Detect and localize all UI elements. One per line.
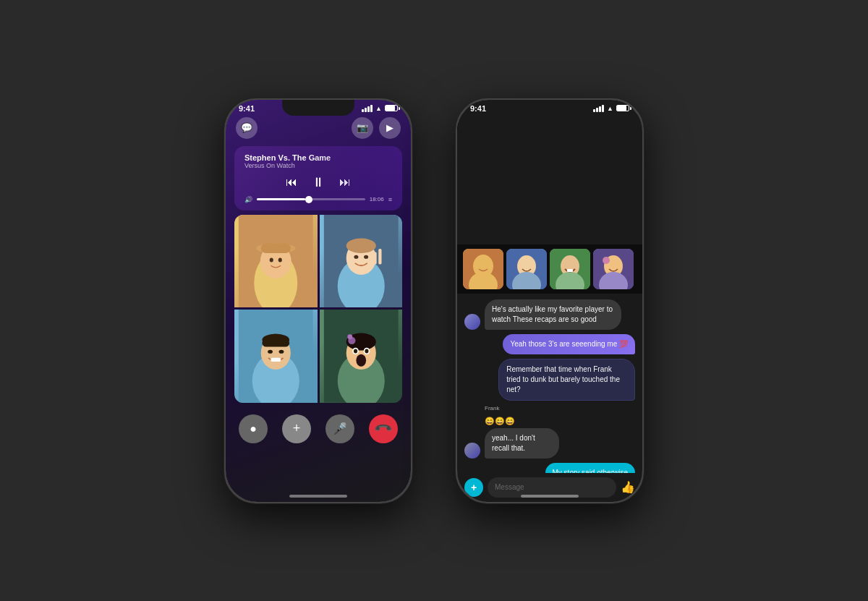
thumb-2-svg — [506, 249, 547, 289]
now-playing-bg — [302, 146, 402, 210]
call-right-buttons: 📷 ▶ — [352, 117, 401, 139]
message-bubble-2: Yeah those 3's are seeending me 💯 — [503, 334, 635, 354]
end-call-btn[interactable]: 📞 — [369, 414, 398, 443]
status-icons-left: ▲ — [362, 105, 398, 112]
message-placeholder: Message — [495, 483, 524, 491]
svg-point-12 — [354, 255, 358, 258]
time-right: 9:41 — [470, 104, 486, 113]
svg-point-22 — [268, 350, 273, 354]
message-bubble-3: Remember that time when Frank tried to d… — [498, 359, 635, 401]
end-call-icon: 📞 — [373, 419, 393, 439]
video-btn[interactable]: ▶ — [379, 117, 401, 139]
home-indicator-left — [289, 495, 347, 498]
notch — [282, 100, 354, 116]
video-cell-3 — [234, 310, 318, 403]
prev-button[interactable]: ⏮ — [286, 176, 297, 189]
notch-right — [514, 100, 586, 116]
battery-icon — [385, 105, 398, 111]
story-thumb-4[interactable] — [593, 249, 634, 289]
svg-rect-15 — [378, 249, 381, 264]
svg-point-30 — [356, 354, 366, 367]
thumb-1-svg — [463, 249, 503, 289]
camera-flip-btn[interactable]: 📷 — [352, 117, 373, 139]
person-1-svg — [234, 215, 318, 308]
frank-message-bubble: yeah... I don't recall that. — [485, 428, 559, 459]
person-2-svg — [320, 215, 403, 308]
svg-point-23 — [279, 350, 284, 354]
svg-rect-53 — [567, 269, 573, 272]
progress-thumb — [305, 196, 312, 203]
video-grid — [234, 215, 402, 403]
add-btn[interactable]: + — [282, 414, 311, 443]
mute-btn[interactable]: 🎤 — [326, 414, 354, 443]
avatar-frank — [464, 443, 480, 459]
message-text-1: He's actually like my favorite player to… — [492, 305, 613, 323]
person-4-svg — [320, 310, 403, 403]
svg-rect-14 — [373, 252, 376, 264]
input-bar: + Message 👍 — [457, 473, 642, 502]
video-cell-4 — [320, 310, 403, 403]
story-thumbnails — [457, 244, 642, 294]
svg-rect-4 — [261, 243, 291, 253]
signal-icon — [362, 105, 373, 112]
add-media-button[interactable]: + — [464, 478, 483, 497]
svg-point-11 — [346, 238, 375, 253]
camera-flip-icon: 📷 — [357, 122, 368, 133]
home-indicator-right — [521, 495, 579, 498]
mic-icon: 🎤 — [333, 422, 347, 435]
svg-point-6 — [270, 257, 273, 262]
frank-label: Frank — [485, 405, 635, 412]
story-thumb-1[interactable] — [463, 249, 503, 289]
wifi-icon: ▲ — [375, 105, 382, 112]
now-playing-widget: Stephen Vs. The Game Versus On Watch ⏮ ⏸… — [234, 146, 402, 210]
story-thumb-2[interactable] — [506, 249, 547, 289]
circle-icon: ● — [250, 422, 257, 435]
message-row-1: He's actually like my favorite player to… — [464, 299, 635, 330]
svg-point-57 — [603, 257, 610, 264]
svg-point-29 — [347, 334, 352, 339]
message-bubble-1: He's actually like my favorite player to… — [485, 299, 621, 330]
video-cell-1 — [234, 215, 318, 308]
message-row-frank: 😄😄😄 yeah... I don't recall that. — [464, 417, 635, 459]
plus-icon-msg: + — [471, 482, 477, 493]
svg-point-13 — [364, 255, 368, 258]
thumb-4-svg — [593, 249, 634, 289]
message-icon-btn[interactable]: 💬 — [236, 117, 258, 139]
left-phone-content: 9:41 ▲ 💬 📷 ▶ — [226, 100, 411, 502]
time-left: 9:41 — [239, 104, 255, 113]
frank-emoji: 😄😄😄 — [485, 417, 578, 426]
story-thumb-3[interactable] — [550, 249, 590, 289]
progress-fill — [257, 198, 305, 200]
battery-icon-right — [616, 105, 629, 111]
wifi-icon-right: ▲ — [607, 105, 613, 112]
message-text-3: Remember that time when Frank tried to d… — [506, 365, 620, 393]
svg-rect-21 — [271, 358, 281, 362]
add-participant-btn[interactable]: ● — [239, 414, 268, 443]
call-actions: ● + 🎤 📞 — [226, 406, 411, 452]
thumb-3-svg — [550, 249, 590, 289]
right-phone: 9:41 ▲ — [456, 98, 644, 503]
frank-message-text: yeah... I don't recall that. — [492, 434, 535, 452]
signal-icon-right — [593, 105, 604, 112]
volume-icon: 🔊 — [244, 196, 252, 203]
progress-track[interactable] — [257, 198, 365, 200]
left-phone: 9:41 ▲ 💬 📷 ▶ — [224, 98, 412, 503]
call-top-bar: 💬 📷 ▶ — [226, 114, 411, 142]
plus-icon: + — [293, 421, 301, 436]
message-text-2: Yeah those 3's are seeending me 💯 — [510, 340, 628, 348]
svg-point-34 — [365, 349, 368, 353]
status-icons-right: ▲ — [593, 105, 629, 112]
my-story-bubble: My story said otherwise — [545, 463, 635, 473]
avatar-1 — [464, 314, 480, 330]
svg-rect-20 — [262, 339, 289, 346]
svg-point-33 — [353, 349, 357, 353]
video-cell-2 — [320, 215, 403, 308]
like-button[interactable]: 👍 — [621, 480, 635, 494]
right-phone-content: 9:41 ▲ — [457, 100, 642, 502]
message-icon: 💬 — [241, 122, 252, 133]
svg-point-7 — [278, 257, 282, 262]
header-image — [457, 114, 642, 244]
video-icon: ▶ — [386, 122, 393, 133]
person-3-svg — [234, 310, 318, 403]
messages-area: He's actually like my favorite player to… — [457, 294, 642, 473]
